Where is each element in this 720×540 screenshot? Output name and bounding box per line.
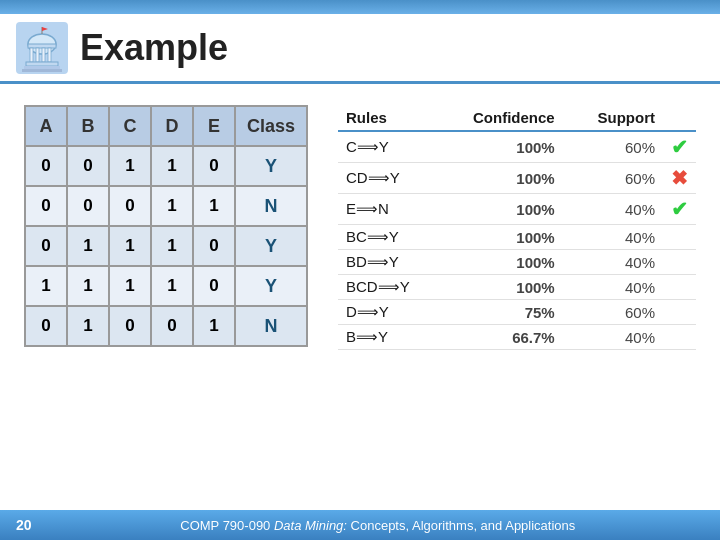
header: Example — [0, 14, 720, 84]
confidence-value: 100% — [438, 163, 571, 194]
rule-name: D⟹Y — [338, 300, 438, 325]
table-cell: 1 — [151, 146, 193, 186]
svg-rect-5 — [42, 48, 45, 62]
table-cell: 1 — [109, 226, 151, 266]
table-class-cell: Y — [235, 226, 307, 266]
rule-icon-cell — [663, 275, 696, 300]
main-content: A B C D E Class 00110Y00011N01110Y11110Y… — [0, 87, 720, 510]
table-class-cell: N — [235, 306, 307, 346]
svg-rect-3 — [30, 48, 33, 62]
data-table-wrap: A B C D E Class 00110Y00011N01110Y11110Y… — [24, 105, 308, 500]
support-value: 40% — [571, 250, 663, 275]
support-col-header: Support — [571, 107, 663, 131]
footer-text: COMP 790-090 Data Mining: Concepts, Algo… — [52, 518, 704, 533]
rule-name: CD⟹Y — [338, 163, 438, 194]
confidence-value: 100% — [438, 225, 571, 250]
table-cell: 0 — [25, 226, 67, 266]
top-decorative-bar — [0, 0, 720, 14]
table-cell: 0 — [25, 146, 67, 186]
support-value: 40% — [571, 194, 663, 225]
table-cell: 0 — [67, 146, 109, 186]
rules-col-header: Rules — [338, 107, 438, 131]
table-cell: 0 — [109, 306, 151, 346]
table-cell: 0 — [193, 266, 235, 306]
col-header-b: B — [67, 106, 109, 146]
table-cell: 1 — [193, 186, 235, 226]
rule-icon-cell — [663, 225, 696, 250]
rule-icon-cell: ✔ — [663, 194, 696, 225]
support-value: 60% — [571, 300, 663, 325]
confidence-col-header: Confidence — [438, 107, 571, 131]
svg-rect-2 — [28, 44, 56, 48]
col-header-e: E — [193, 106, 235, 146]
col-header-d: D — [151, 106, 193, 146]
table-cell: 1 — [109, 146, 151, 186]
rule-name: BC⟹Y — [338, 225, 438, 250]
support-value: 40% — [571, 275, 663, 300]
confidence-value: 100% — [438, 275, 571, 300]
data-table: A B C D E Class 00110Y00011N01110Y11110Y… — [24, 105, 308, 347]
table-cell: 0 — [193, 226, 235, 266]
footer-bar: 20 COMP 790-090 Data Mining: Concepts, A… — [0, 510, 720, 540]
col-header-a: A — [25, 106, 67, 146]
cross-icon: ✖ — [671, 167, 688, 189]
icon-col-header — [663, 107, 696, 131]
svg-rect-8 — [24, 66, 60, 69]
confidence-value: 66.7% — [438, 325, 571, 350]
table-cell: 1 — [67, 306, 109, 346]
table-cell: 1 — [151, 266, 193, 306]
col-header-c: C — [109, 106, 151, 146]
table-class-cell: Y — [235, 266, 307, 306]
rule-icon-cell — [663, 300, 696, 325]
rule-icon-cell — [663, 325, 696, 350]
table-cell: 1 — [25, 266, 67, 306]
table-cell: 0 — [109, 186, 151, 226]
table-cell: 0 — [151, 306, 193, 346]
svg-rect-4 — [36, 48, 39, 62]
support-value: 60% — [571, 163, 663, 194]
svg-rect-7 — [26, 62, 58, 66]
table-cell: 1 — [193, 306, 235, 346]
rules-table: Rules Confidence Support C⟹Y100%60%✔CD⟹Y… — [338, 107, 696, 350]
col-header-class: Class — [235, 106, 307, 146]
checkmark-icon: ✔ — [671, 136, 688, 158]
rule-icon-cell: ✔ — [663, 131, 696, 163]
page-title: Example — [80, 27, 228, 69]
table-cell: 1 — [67, 266, 109, 306]
svg-rect-9 — [22, 69, 62, 72]
table-class-cell: N — [235, 186, 307, 226]
confidence-value: 75% — [438, 300, 571, 325]
support-value: 60% — [571, 131, 663, 163]
rule-name: C⟹Y — [338, 131, 438, 163]
table-cell: 0 — [25, 306, 67, 346]
rule-name: E⟹N — [338, 194, 438, 225]
page-number: 20 — [16, 517, 32, 533]
table-cell: 1 — [109, 266, 151, 306]
support-value: 40% — [571, 325, 663, 350]
rule-name: BCD⟹Y — [338, 275, 438, 300]
table-cell: 1 — [151, 226, 193, 266]
logo-icon — [16, 22, 68, 74]
table-cell: 0 — [67, 186, 109, 226]
table-cell: 1 — [67, 226, 109, 266]
table-cell: 0 — [193, 146, 235, 186]
table-cell: 0 — [25, 186, 67, 226]
rules-table-wrap: Rules Confidence Support C⟹Y100%60%✔CD⟹Y… — [338, 105, 696, 500]
table-cell: 1 — [151, 186, 193, 226]
table-class-cell: Y — [235, 146, 307, 186]
checkmark-icon: ✔ — [671, 198, 688, 220]
rule-name: B⟹Y — [338, 325, 438, 350]
confidence-value: 100% — [438, 131, 571, 163]
confidence-value: 100% — [438, 250, 571, 275]
rule-icon-cell: ✖ — [663, 163, 696, 194]
rule-name: BD⟹Y — [338, 250, 438, 275]
support-value: 40% — [571, 225, 663, 250]
confidence-value: 100% — [438, 194, 571, 225]
svg-rect-6 — [48, 48, 51, 62]
rule-icon-cell — [663, 250, 696, 275]
